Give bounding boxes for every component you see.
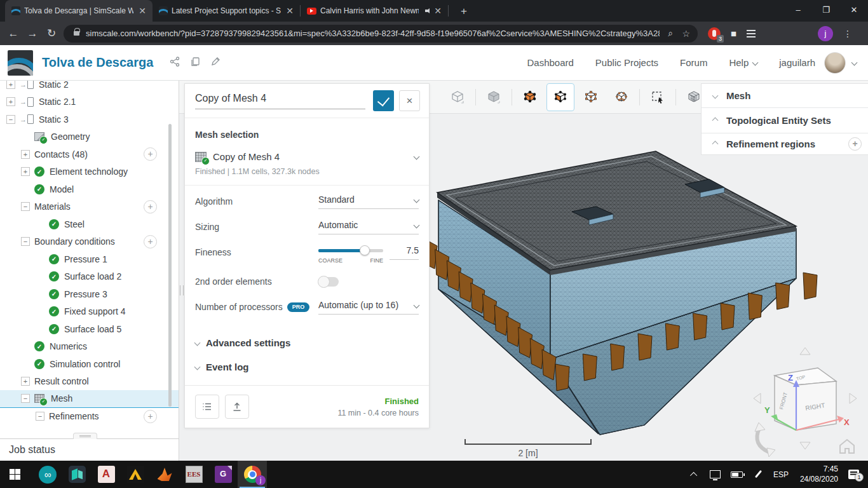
network-icon[interactable] xyxy=(710,470,721,478)
tree-item-pressure-3[interactable]: Pressure 3 xyxy=(0,285,179,303)
tree-item-result-control[interactable]: Result control xyxy=(0,373,179,391)
tree-item-refinements[interactable]: Refinements xyxy=(0,408,179,426)
tree-item-surface-load-5[interactable]: Surface load 5 xyxy=(0,320,179,338)
media-controls-icon[interactable] xyxy=(747,29,757,38)
fineness-slider-thumb[interactable] xyxy=(360,245,370,255)
help-chevron-icon[interactable] xyxy=(752,60,759,66)
forward-icon[interactable]: → xyxy=(23,27,42,40)
simscale-logo[interactable] xyxy=(8,50,33,76)
taskbar-filmora[interactable] xyxy=(62,461,92,488)
taskbar-pdf-tool[interactable]: G xyxy=(208,461,238,488)
mesh-log-button[interactable] xyxy=(195,395,219,419)
username[interactable]: jaguilarh xyxy=(779,57,815,68)
tab-simscale-workbench[interactable]: Tolva de Descarga | SimScale Wo ✕ xyxy=(5,0,153,22)
add-button[interactable] xyxy=(144,410,157,423)
tree-item-numerics[interactable]: Numerics xyxy=(0,338,179,356)
advanced-settings-section[interactable]: Advanced settings xyxy=(195,330,419,355)
tree-item-static-2-1[interactable]: Static 2.1 xyxy=(0,93,179,111)
taskbar-autodesk[interactable] xyxy=(121,461,150,488)
restore-button[interactable]: ❐ xyxy=(812,0,840,19)
account-chevron-icon[interactable] xyxy=(851,60,858,66)
event-log-section[interactable]: Event log xyxy=(195,355,419,379)
add-refinement-region-button[interactable] xyxy=(848,137,862,151)
pen-icon[interactable] xyxy=(753,470,763,480)
tab-close-icon[interactable]: ✕ xyxy=(137,6,147,16)
collapse-icon[interactable] xyxy=(21,237,30,246)
taskbar-matlab[interactable] xyxy=(150,461,179,488)
expand-icon[interactable] xyxy=(21,150,30,159)
tab-audio-icon[interactable] xyxy=(425,8,433,14)
close-window-button[interactable]: ✕ xyxy=(840,0,868,19)
panel-resize-handle[interactable] xyxy=(180,285,184,295)
tree-item-materials[interactable]: Materials xyxy=(0,198,179,216)
algorithm-select[interactable]: Standard xyxy=(318,194,419,209)
tree-item-boundary-conditions[interactable]: Boundary conditions xyxy=(0,233,179,251)
tree-item-contacts-48[interactable]: Contacts (48) xyxy=(0,146,179,163)
taskbar-ees[interactable]: EES xyxy=(179,461,208,488)
nav-dashboard[interactable]: Dashboard xyxy=(527,57,573,68)
clock[interactable]: 7:45 24/08/2020 xyxy=(800,464,838,484)
copy-icon[interactable] xyxy=(190,57,200,69)
taskbar-autocad[interactable]: A xyxy=(92,461,121,488)
sizing-select[interactable]: Automatic xyxy=(318,220,419,234)
nav-public-projects[interactable]: Public Projects xyxy=(595,57,658,68)
tree-item-surface-load-2[interactable]: Surface load 2 xyxy=(0,268,179,286)
mesh-name-input[interactable]: Copy of Mesh 4 xyxy=(195,93,365,109)
cancel-button[interactable] xyxy=(399,90,420,111)
tree-scrollbar[interactable] xyxy=(168,124,172,407)
lock-icon[interactable] xyxy=(74,31,79,36)
fineness-slider[interactable] xyxy=(318,249,383,252)
tree-item-element-technology[interactable]: Element technology xyxy=(0,163,179,181)
taskbar-chrome[interactable]: j xyxy=(238,461,267,488)
mesh-selection-dropdown[interactable]: Copy of Mesh 4 xyxy=(195,151,419,162)
language-indicator[interactable]: ESP xyxy=(773,470,789,479)
tree-item-static-3[interactable]: Static 3 xyxy=(0,111,179,128)
tree-item-fixed-support-4[interactable]: Fixed support 4 xyxy=(0,303,179,321)
add-button[interactable] xyxy=(144,147,157,161)
tray-expand-icon[interactable] xyxy=(690,471,697,478)
add-button[interactable] xyxy=(144,235,157,248)
job-status-drag-handle[interactable] xyxy=(73,433,97,439)
nav-forum[interactable]: Forum xyxy=(680,57,707,68)
fineness-value-input[interactable]: 7.5 xyxy=(390,245,419,260)
expand-icon[interactable] xyxy=(21,377,30,386)
confirm-button[interactable] xyxy=(373,90,394,111)
tree-item-model[interactable]: Model xyxy=(0,180,179,198)
tab-close-icon[interactable]: ✕ xyxy=(285,6,295,16)
project-tree-scroll[interactable]: Static 2Static 2.1Static 3GeometryContac… xyxy=(0,81,179,438)
url-text[interactable]: simscale.com/workbench/?pid=372879379982… xyxy=(86,29,660,38)
tree-item-static-2[interactable]: Static 2 xyxy=(0,81,179,93)
expand-icon[interactable] xyxy=(6,81,15,89)
tree-item-geometry[interactable]: Geometry xyxy=(0,128,179,146)
job-status-bar[interactable]: Job status xyxy=(0,438,179,461)
user-avatar[interactable] xyxy=(824,52,846,74)
taskbar-arduino[interactable] xyxy=(33,461,62,488)
collapse-icon[interactable] xyxy=(36,412,44,421)
new-tab-button[interactable]: + xyxy=(456,5,471,18)
right-panel-mesh[interactable]: Mesh xyxy=(702,84,868,108)
browser-profile-avatar[interactable]: j xyxy=(818,26,833,41)
zoom-page-icon[interactable]: ⌕ xyxy=(668,28,674,39)
collapse-icon[interactable] xyxy=(6,115,15,124)
tab-close-icon[interactable]: ✕ xyxy=(433,6,443,16)
start-button[interactable] xyxy=(0,461,29,488)
share-icon[interactable] xyxy=(170,57,180,69)
edit-pencil-icon[interactable] xyxy=(210,57,220,69)
minimize-button[interactable]: – xyxy=(784,0,812,19)
extension-icon[interactable]: 3 xyxy=(708,27,721,40)
nav-help[interactable]: Help xyxy=(729,57,749,68)
viewport-3d[interactable]: Z TOP Y X FRONT RIGHT Mesh Topological E… xyxy=(179,81,868,461)
extensions-puzzle-icon[interactable]: ■ xyxy=(731,28,736,39)
collapse-icon[interactable] xyxy=(21,202,30,211)
back-icon[interactable]: ← xyxy=(4,27,23,40)
expand-icon[interactable] xyxy=(21,167,30,176)
second-order-toggle[interactable] xyxy=(318,277,339,287)
tree-item-simulation-control[interactable]: Simulation control xyxy=(0,355,179,373)
tab-youtube[interactable]: Calvin Harris with John Newm ✕ xyxy=(301,0,448,22)
tab-support-forum[interactable]: Latest Project Support topics - Si ✕ xyxy=(153,0,300,22)
right-panel-topological-entity-sets[interactable]: Topological Entity Sets xyxy=(702,108,868,133)
reload-icon[interactable]: ↻ xyxy=(42,27,61,40)
tree-item-mesh[interactable]: Mesh xyxy=(0,390,179,408)
browser-menu-icon[interactable]: ⋮ xyxy=(843,29,852,39)
export-mesh-button[interactable] xyxy=(225,395,249,419)
